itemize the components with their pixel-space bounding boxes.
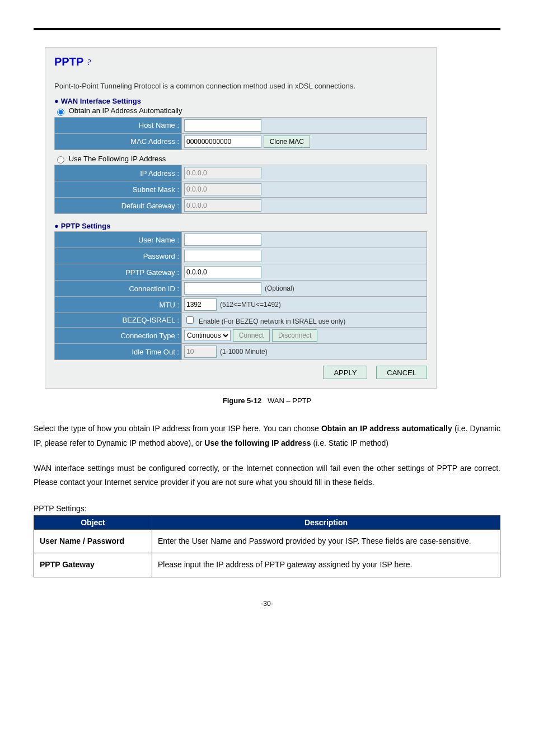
default-gateway-input bbox=[184, 199, 261, 212]
connection-id-input[interactable] bbox=[184, 282, 261, 295]
obtain-ip-auto-row[interactable]: Obtain an IP Address Automatically bbox=[54, 106, 427, 116]
panel-title-row: PPTP ? bbox=[54, 55, 427, 68]
mtu-hint: (512<=MTU<=1492) bbox=[220, 301, 281, 309]
pptp-settings-heading: ●PPTP Settings bbox=[54, 222, 427, 230]
col-object: Object bbox=[34, 516, 152, 530]
page-number: -30- bbox=[34, 600, 500, 608]
page-rule bbox=[34, 28, 500, 30]
desc-cell: Please input the IP address of PPTP gate… bbox=[152, 553, 500, 577]
cancel-button[interactable]: CANCEL bbox=[376, 366, 427, 379]
use-following-ip-radio[interactable] bbox=[57, 156, 64, 164]
obtain-ip-auto-label: Obtain an IP Address Automatically bbox=[69, 106, 182, 115]
idle-timeout-label: Idle Time Out : bbox=[55, 344, 182, 360]
idle-timeout-hint: (1-1000 Minute) bbox=[220, 348, 268, 356]
pptp-gateway-input[interactable] bbox=[184, 266, 261, 278]
bullet-icon: ● bbox=[54, 222, 59, 230]
col-description: Description bbox=[152, 516, 500, 530]
disconnect-button[interactable]: Disconnect bbox=[272, 329, 317, 342]
idle-timeout-input bbox=[184, 346, 217, 358]
paragraph-1: Select the type of how you obtain IP add… bbox=[34, 422, 500, 450]
subnet-mask-label: Subnet Mask : bbox=[55, 181, 182, 198]
pptp-panel: PPTP ? Point-to-Point Tunneling Protocol… bbox=[45, 47, 437, 389]
figure-label: Figure 5-12 bbox=[223, 396, 261, 405]
button-row: APPLY CANCEL bbox=[54, 366, 427, 379]
user-name-input[interactable] bbox=[184, 234, 261, 246]
connection-type-select[interactable]: Continuous bbox=[184, 330, 231, 341]
default-gateway-label: Default Gateway : bbox=[55, 198, 182, 214]
mac-address-input[interactable] bbox=[184, 136, 261, 148]
password-label: Password : bbox=[55, 248, 182, 264]
panel-title: PPTP bbox=[54, 55, 83, 68]
apply-button[interactable]: APPLY bbox=[323, 366, 367, 379]
wan-static-table: IP Address : Subnet Mask : Default Gatew… bbox=[54, 165, 427, 214]
description-table: Object Description User Name / Password … bbox=[34, 515, 500, 577]
mac-address-cell: Clone MAC bbox=[182, 133, 427, 150]
host-name-label: Host Name : bbox=[55, 117, 182, 133]
bezeq-label: BEZEQ-ISRAEL : bbox=[55, 313, 182, 328]
figure-text: WAN – PPTP bbox=[268, 396, 311, 405]
table-row: PPTP Gateway Please input the IP address… bbox=[34, 553, 500, 577]
paragraph-2: WAN interface settings must be configure… bbox=[34, 461, 500, 489]
connection-id-hint: (Optional) bbox=[265, 284, 294, 292]
table-row: User Name / Password Enter the User Name… bbox=[34, 530, 500, 553]
subnet-mask-input bbox=[184, 183, 261, 195]
mtu-input[interactable] bbox=[184, 298, 217, 311]
user-name-label: User Name : bbox=[55, 232, 182, 248]
connection-type-label: Connection Type : bbox=[55, 328, 182, 344]
use-following-ip-row[interactable]: Use The Following IP Address bbox=[54, 155, 427, 164]
object-cell: PPTP Gateway bbox=[34, 553, 152, 577]
use-following-ip-label: Use The Following IP Address bbox=[69, 155, 166, 163]
bullet-icon: ● bbox=[54, 97, 59, 105]
mtu-label: MTU : bbox=[55, 297, 182, 313]
panel-intro: Point-to-Point Tunneling Protocol is a c… bbox=[54, 82, 427, 90]
help-icon[interactable]: ? bbox=[87, 58, 97, 68]
ip-address-input bbox=[184, 167, 261, 179]
host-name-cell bbox=[182, 117, 427, 133]
wan-interface-heading: ●WAN Interface Settings bbox=[54, 97, 427, 105]
mac-address-label: MAC Address : bbox=[55, 133, 182, 150]
clone-mac-button[interactable]: Clone MAC bbox=[264, 136, 310, 148]
connection-id-label: Connection ID : bbox=[55, 281, 182, 297]
pptp-settings-table: User Name : Password : PPTP Gateway : Co… bbox=[54, 231, 427, 360]
object-cell: User Name / Password bbox=[34, 530, 152, 553]
ip-address-label: IP Address : bbox=[55, 165, 182, 181]
table-heading: PPTP Settings: bbox=[34, 504, 500, 513]
host-name-input[interactable] bbox=[184, 119, 261, 132]
connect-button[interactable]: Connect bbox=[233, 329, 270, 342]
desc-cell: Enter the User Name and Password provide… bbox=[152, 530, 500, 553]
obtain-ip-auto-radio[interactable] bbox=[57, 109, 64, 116]
bezeq-hint: Enable (For BEZEQ network in ISRAEL use … bbox=[199, 318, 345, 325]
password-input[interactable] bbox=[184, 250, 261, 262]
figure-caption: Figure 5-12 WAN – PPTP bbox=[34, 396, 500, 405]
wan-auto-table: Host Name : MAC Address : Clone MAC bbox=[54, 117, 427, 150]
pptp-gateway-label: PPTP Gateway : bbox=[55, 264, 182, 281]
bezeq-checkbox[interactable] bbox=[186, 316, 194, 324]
